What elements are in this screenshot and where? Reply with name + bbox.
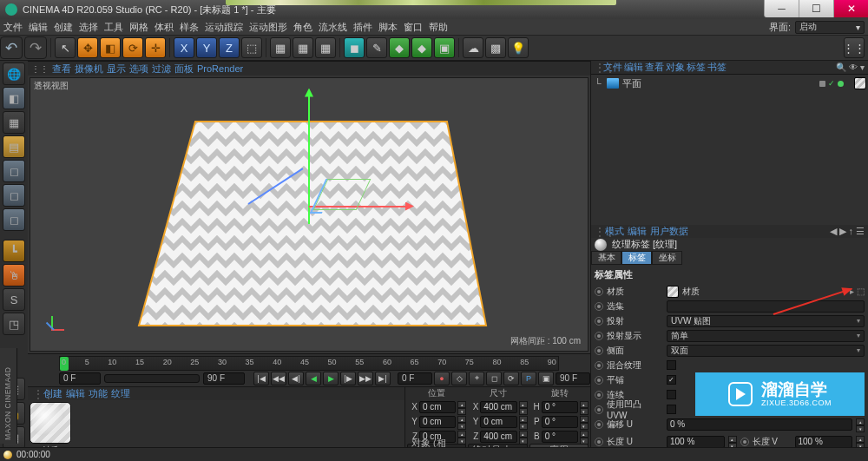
property-checkbox[interactable] <box>667 375 676 385</box>
coord-field[interactable]: 400 cm <box>480 401 516 413</box>
obj-menu-tags[interactable]: 标签 <box>687 61 706 74</box>
last-tool-icon[interactable]: ✛ <box>145 37 166 58</box>
key-scale-icon[interactable]: ◻ <box>486 372 502 385</box>
poly-mode-icon[interactable]: ◻ <box>3 208 25 231</box>
subtab-basic[interactable]: 基本 <box>591 251 621 265</box>
obj-menu-edit[interactable]: 编辑 <box>624 61 643 74</box>
object-row-plane[interactable]: └ 平面 ✓ <box>593 76 866 90</box>
close-button[interactable]: ✕ <box>833 0 868 17</box>
light-icon[interactable]: 💡 <box>508 37 529 58</box>
next-frame-icon[interactable]: |▶ <box>340 372 356 385</box>
property-text[interactable] <box>667 300 865 313</box>
texture-mode-icon[interactable]: ▦ <box>3 111 25 134</box>
play-forward-icon[interactable]: ▶ <box>323 372 339 385</box>
current-frame-field[interactable]: 0 F <box>398 372 432 385</box>
undo-button[interactable]: ↶ <box>0 36 23 59</box>
attr-menu-icon[interactable]: ☰ <box>856 226 865 237</box>
spinner[interactable]: ▴▾ <box>519 416 528 428</box>
make-editable-icon[interactable]: 🌐 <box>3 63 25 85</box>
mat-menu-function[interactable]: 功能 <box>89 387 108 400</box>
object-name-label[interactable]: 平面 <box>622 77 641 90</box>
render-dot[interactable] <box>838 81 844 87</box>
property-dropdown[interactable]: 简单▾ <box>667 330 865 342</box>
property-checkbox[interactable] <box>667 405 676 414</box>
cube-primitive-icon[interactable]: ◼ <box>344 37 365 58</box>
property-dropdown[interactable]: UVW 贴图▾ <box>667 315 865 327</box>
scale-tool-icon[interactable]: ◧ <box>100 37 121 58</box>
subtab-coord[interactable]: 坐标 <box>652 251 682 265</box>
attr-menu-edit[interactable]: 编辑 <box>628 225 647 238</box>
obj-eye-icon[interactable]: 👁 <box>849 63 858 72</box>
key-rot-icon[interactable]: ⟳ <box>503 372 519 385</box>
workplane-icon[interactable]: ▤ <box>3 135 25 158</box>
y-axis-icon[interactable]: Y <box>196 37 217 58</box>
object-manager-body[interactable]: └ 平面 ✓ <box>591 74 868 225</box>
property-number[interactable]: 0 % <box>667 418 852 431</box>
obj-filter-icon[interactable]: ▾ <box>860 63 865 72</box>
spinner[interactable]: ▴▾ <box>580 401 589 413</box>
coord-system-icon[interactable]: ⬚ <box>241 37 262 58</box>
spinner[interactable]: ▴▾ <box>457 401 466 413</box>
coord-field[interactable]: 400 cm <box>480 431 516 443</box>
x-axis-icon[interactable]: X <box>174 37 194 58</box>
menu-file[interactable]: 文件 <box>3 21 23 34</box>
grip-icon[interactable]: ⋮⋮ <box>844 37 865 58</box>
menu-volume[interactable]: 体积 <box>155 21 174 34</box>
record-icon[interactable]: ● <box>434 372 450 385</box>
texture-tag-icon[interactable] <box>854 77 866 89</box>
spline-pen-icon[interactable]: ✎ <box>366 37 387 58</box>
camera-icon[interactable]: ▩ <box>485 37 506 58</box>
menu-motion-track[interactable]: 运动跟踪 <box>205 21 243 34</box>
attr-next-icon[interactable]: ▶ <box>839 226 846 237</box>
mat-menu-edit[interactable]: 编辑 <box>66 387 85 400</box>
redo-button[interactable]: ↷ <box>24 36 47 59</box>
generator-icon[interactable]: ◆ <box>411 37 432 58</box>
project-end-field[interactable]: 90 F <box>556 372 590 385</box>
menu-pipeline[interactable]: 流水线 <box>319 21 347 34</box>
maximize-button[interactable]: ☐ <box>799 0 833 17</box>
layer-dot[interactable] <box>819 81 825 87</box>
subtab-tag[interactable]: 标签 <box>621 251 652 265</box>
obj-menu-bookmark[interactable]: 书签 <box>707 61 727 74</box>
gizmo[interactable] <box>309 207 310 207</box>
edge-mode-icon[interactable]: ◻ <box>3 184 25 207</box>
property-material[interactable]: 材质▸⬚ <box>667 286 865 298</box>
obj-grip-icon[interactable]: ⋮⋮ <box>595 62 602 74</box>
length-u-field[interactable]: 100 % <box>667 436 725 448</box>
deformer-icon[interactable]: ▣ <box>434 37 455 58</box>
vp-menu-options[interactable]: 选项 <box>129 63 148 76</box>
coord-field[interactable]: 0 cm <box>480 416 516 428</box>
attr-menu-mode[interactable]: 模式 <box>605 225 624 238</box>
attr-up-icon[interactable]: ↑ <box>849 226 854 237</box>
go-end-icon[interactable]: ▶| <box>375 372 391 385</box>
coord-field[interactable]: 0 ° <box>542 401 578 413</box>
menu-edit[interactable]: 编辑 <box>29 21 48 34</box>
obj-menu-file[interactable]: 文件 <box>603 61 622 74</box>
live-select-icon[interactable]: ↖ <box>55 37 76 58</box>
layout-dropdown[interactable]: 启动▾ <box>795 21 865 34</box>
menu-mograph[interactable]: 运动图形 <box>249 21 287 34</box>
workplane-toggle-icon[interactable]: ◳ <box>3 313 25 335</box>
prev-frame-icon[interactable]: ◀| <box>288 372 304 385</box>
spinner[interactable]: ▴▾ <box>457 431 466 443</box>
spinner[interactable]: ▴▾ <box>519 401 528 413</box>
obj-search-icon[interactable]: 🔍 <box>836 63 846 72</box>
render-settings-icon[interactable]: ▦ <box>315 37 336 58</box>
next-key-icon[interactable]: ▶▶ <box>358 372 373 385</box>
property-dropdown[interactable]: 双面▾ <box>667 345 865 357</box>
vp-menu-panel[interactable]: 面板 <box>174 63 194 76</box>
move-tool-icon[interactable]: ✥ <box>77 37 98 58</box>
vp-menu-view[interactable]: 查看 <box>52 63 71 76</box>
rotate-tool-icon[interactable]: ⟳ <box>122 37 143 58</box>
coord-field[interactable]: 0 ° <box>542 431 578 443</box>
property-checkbox[interactable] <box>667 390 676 399</box>
menu-tools[interactable]: 工具 <box>104 21 123 34</box>
snap-toggle-icon[interactable]: S <box>3 288 25 311</box>
timeline-ruler[interactable]: 051015202530354045505560657075808590 <box>59 356 559 371</box>
mat-menu-create[interactable]: 创建 <box>43 387 62 400</box>
menu-help[interactable]: 帮助 <box>429 21 448 34</box>
menu-mesh[interactable]: 网格 <box>129 21 148 34</box>
spinner[interactable]: ▴▾ <box>856 418 865 431</box>
range-end-field[interactable]: 90 F <box>203 372 245 385</box>
key-pos-icon[interactable]: ⌖ <box>469 372 484 385</box>
